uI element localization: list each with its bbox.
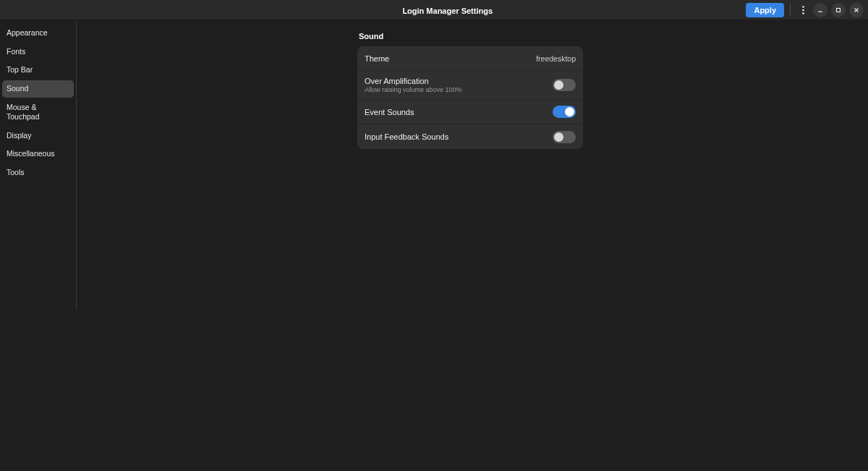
headerbar-center: Login Manager Settings xyxy=(149,4,746,17)
layout: AppearanceFontsTop BarSoundMouse & Touch… xyxy=(0,20,868,471)
over-amplification-subtitle: Allow raising volume above 100% xyxy=(365,86,462,93)
sidebar-item-label: Top Bar xyxy=(7,65,33,74)
settings-panel: Sound Theme freedesktop Over Amplificati… xyxy=(357,32,583,149)
window-title: Login Manager Settings xyxy=(402,7,493,15)
sidebar-item-sound[interactable]: Sound xyxy=(2,80,74,98)
sidebar-item-label: Tools xyxy=(7,168,25,177)
input-feedback-switch[interactable] xyxy=(553,131,576,143)
content-area: Sound Theme freedesktop Over Amplificati… xyxy=(77,20,868,471)
switch-knob xyxy=(554,80,563,90)
sidebar-item-label: Fonts xyxy=(7,47,25,56)
section-title: Sound xyxy=(357,32,583,41)
event-sounds-label: Event Sounds xyxy=(365,108,414,116)
switch-knob xyxy=(554,132,563,142)
svg-point-1 xyxy=(802,9,804,11)
sidebar: AppearanceFontsTop BarSoundMouse & Touch… xyxy=(0,20,77,310)
svg-rect-3 xyxy=(818,11,822,12)
kebab-icon xyxy=(802,6,804,14)
sidebar-item-fonts[interactable]: Fonts xyxy=(2,43,74,61)
sidebar-item-mouse-touchpad[interactable]: Mouse & Touchpad xyxy=(2,99,74,126)
switch-knob xyxy=(565,107,574,116)
svg-rect-4 xyxy=(837,8,841,12)
maximize-button[interactable] xyxy=(831,3,846,17)
sidebar-item-miscellaneous[interactable]: Miscellaneous xyxy=(2,145,74,163)
sidebar-item-display[interactable]: Display xyxy=(2,127,74,145)
sidebar-item-label: Display xyxy=(7,131,31,140)
sidebar-item-tools[interactable]: Tools xyxy=(2,164,74,182)
close-icon xyxy=(854,7,859,13)
close-button[interactable] xyxy=(849,3,864,17)
sidebar-item-label: Miscellaneous xyxy=(7,149,55,158)
row-labels: Event Sounds xyxy=(365,108,414,116)
separator xyxy=(790,4,791,16)
row-labels: Over Amplification Allow raising volume … xyxy=(365,77,462,93)
headerbar: Login Manager Settings Apply xyxy=(0,0,868,20)
input-feedback-row: Input Feedback Sounds xyxy=(357,124,583,149)
over-amplification-row: Over Amplification Allow raising volume … xyxy=(357,71,583,100)
theme-label: Theme xyxy=(365,54,389,63)
sidebar-item-top-bar[interactable]: Top Bar xyxy=(2,61,74,79)
sidebar-item-label: Appearance xyxy=(7,28,48,37)
sidebar-item-label: Sound xyxy=(7,84,28,93)
sidebar-item-label: Mouse & Touchpad xyxy=(7,103,40,122)
svg-point-2 xyxy=(802,12,804,14)
svg-point-0 xyxy=(802,6,804,8)
apply-button[interactable]: Apply xyxy=(746,3,784,17)
over-amplification-switch[interactable] xyxy=(553,79,576,91)
row-labels: Input Feedback Sounds xyxy=(365,132,448,141)
theme-row[interactable]: Theme freedesktop xyxy=(357,46,583,71)
settings-list: Theme freedesktop Over Amplification All… xyxy=(357,46,583,149)
maximize-icon xyxy=(835,7,841,13)
row-labels: Theme xyxy=(365,54,389,63)
headerbar-right: Apply xyxy=(746,3,864,17)
event-sounds-switch[interactable] xyxy=(553,106,576,118)
menu-button[interactable] xyxy=(796,3,809,17)
over-amplification-label: Over Amplification xyxy=(365,77,462,85)
event-sounds-row: Event Sounds xyxy=(357,100,583,124)
input-feedback-label: Input Feedback Sounds xyxy=(365,132,448,141)
minimize-icon xyxy=(817,7,823,13)
theme-value: freedesktop xyxy=(536,54,576,63)
sidebar-item-appearance[interactable]: Appearance xyxy=(2,25,74,42)
minimize-button[interactable] xyxy=(813,3,827,17)
